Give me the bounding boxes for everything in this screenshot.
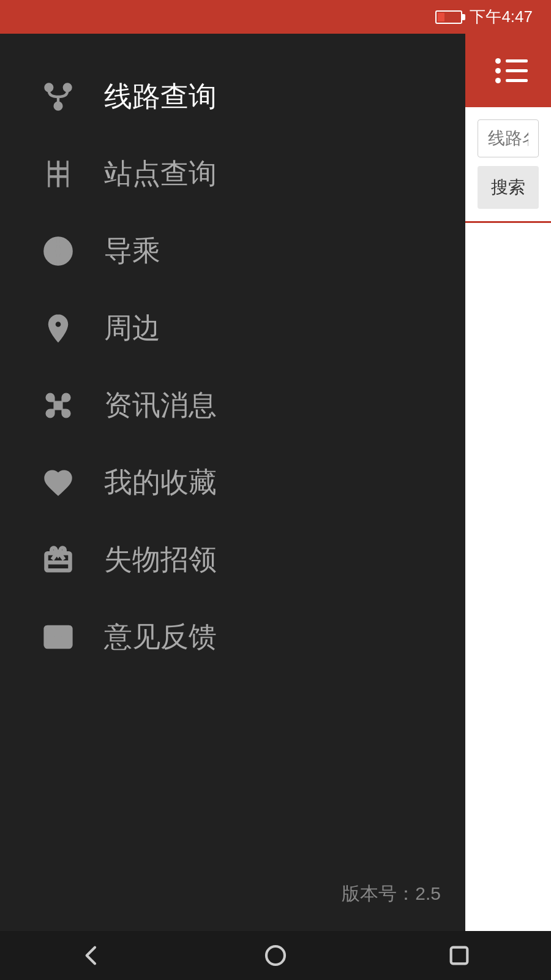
sidebar-label-news: 资讯消息 bbox=[104, 386, 217, 424]
right-search-area: 搜索 bbox=[465, 107, 551, 223]
status-time: 下午4:47 bbox=[470, 6, 533, 28]
sidebar-label-station-query: 站点查询 bbox=[104, 155, 217, 193]
search-button[interactable]: 搜索 bbox=[478, 166, 539, 209]
right-content bbox=[465, 223, 551, 931]
station-icon bbox=[37, 153, 80, 195]
right-header bbox=[465, 34, 551, 107]
sidebar-item-news[interactable]: 资讯消息 bbox=[0, 367, 465, 444]
nav-recent-button[interactable] bbox=[435, 931, 484, 980]
nav-bar bbox=[0, 931, 551, 980]
menu-icon bbox=[495, 58, 528, 83]
sidebar-label-favorites: 我的收藏 bbox=[104, 464, 217, 502]
menu-button[interactable] bbox=[490, 49, 533, 92]
nav-home-button[interactable] bbox=[251, 931, 300, 980]
sidebar-item-favorites[interactable]: 我的收藏 bbox=[0, 444, 465, 521]
svg-point-0 bbox=[45, 84, 52, 91]
sidebar-label-feedback: 意见反馈 bbox=[104, 618, 217, 656]
nav-back-button[interactable] bbox=[67, 931, 116, 980]
heart-icon bbox=[37, 461, 80, 504]
main-container: 线路查询 站点查询 bbox=[0, 34, 551, 931]
compass-icon bbox=[37, 230, 80, 273]
mail-icon bbox=[37, 616, 80, 658]
right-panel: 搜索 bbox=[465, 34, 551, 931]
sidebar-label-lost-found: 失物招领 bbox=[104, 541, 217, 579]
search-button-label: 搜索 bbox=[491, 178, 525, 197]
route-icon bbox=[37, 75, 80, 118]
sidebar-label-route-query: 线路查询 bbox=[104, 78, 217, 116]
sidebar-menu: 线路查询 站点查询 bbox=[0, 34, 465, 881]
news-icon bbox=[37, 384, 80, 427]
svg-point-1 bbox=[64, 84, 71, 91]
svg-point-16 bbox=[266, 946, 285, 965]
sidebar-item-lost-found[interactable]: 失物招领 bbox=[0, 521, 465, 598]
version-text: 版本号：2.5 bbox=[342, 883, 441, 903]
svg-rect-17 bbox=[451, 948, 468, 964]
sidebar-item-nearby[interactable]: 周边 bbox=[0, 290, 465, 367]
sidebar-item-station-query[interactable]: 站点查询 bbox=[0, 135, 465, 213]
sidebar-item-navigation[interactable]: 导乘 bbox=[0, 213, 465, 290]
status-bar: 下午4:47 bbox=[0, 0, 551, 34]
status-bar-content: 下午4:47 bbox=[435, 6, 533, 28]
battery-icon bbox=[435, 10, 462, 24]
svg-point-2 bbox=[55, 103, 62, 110]
route-search-input[interactable] bbox=[478, 119, 539, 157]
sidebar-item-route-query[interactable]: 线路查询 bbox=[0, 58, 465, 135]
toolbox-icon bbox=[37, 538, 80, 581]
sidebar-item-feedback[interactable]: 意见反馈 bbox=[0, 598, 465, 676]
sidebar-drawer: 线路查询 站点查询 bbox=[0, 34, 465, 931]
location-icon bbox=[37, 307, 80, 350]
sidebar-version: 版本号：2.5 bbox=[0, 881, 465, 913]
sidebar-label-navigation: 导乘 bbox=[104, 232, 160, 270]
sidebar-label-nearby: 周边 bbox=[104, 309, 160, 347]
